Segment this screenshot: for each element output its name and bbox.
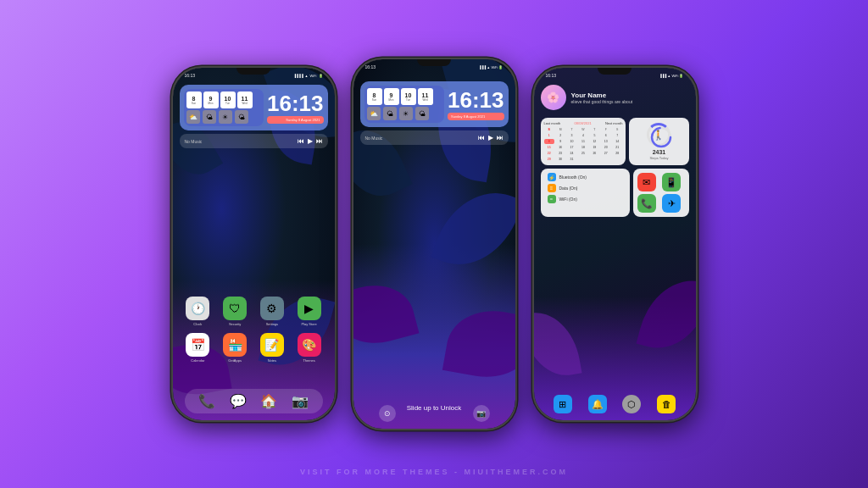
bluetooth-label: Bluetooth (On) — [559, 175, 587, 180]
widgets-grid: Last month 08/08/2021 Next month S M T W… — [534, 114, 696, 220]
music-controls[interactable]: ⏮ ▶ ⏭ — [298, 137, 323, 145]
cal-header-s: S — [544, 127, 554, 132]
cal-day-9: 9 Mon — [203, 92, 219, 108]
playstore-icon: ▶ — [298, 297, 321, 320]
avatar: 🌸 — [541, 85, 566, 110]
cal-clock-widget: 8 Sun 9 Mon 10 Tue — [180, 85, 328, 130]
themes-label: Themes — [303, 358, 314, 363]
last-month-label[interactable]: Last month — [544, 121, 561, 125]
data-icon: ≡ — [548, 184, 556, 192]
weather-icon-2: 🌤 — [203, 110, 216, 124]
steps-circle: 🚶 — [647, 123, 670, 147]
next-icon[interactable]: ⏭ — [316, 137, 323, 145]
dock3-home-icon[interactable]: ⬡ — [622, 395, 641, 413]
app-security[interactable]: 🛡 Security — [223, 297, 247, 326]
app-themes[interactable]: 🎨 Themes — [298, 333, 321, 363]
dock-phone-icon[interactable]: 📞 — [198, 393, 215, 409]
date-badge: Sunday 8 August 2021 — [267, 116, 324, 124]
date-area: Sunday 8 August 2021 — [267, 116, 324, 124]
clock-section: 16:13 Sunday 8 August 2021 — [267, 89, 324, 126]
telegram-app[interactable]: ✈ — [662, 194, 681, 213]
app-calendar[interactable]: 📅 Calendar — [186, 333, 209, 363]
app-row-1: 🕐 Clock 🛡 Security ⚙ Settings ▶ Play Sto… — [180, 297, 328, 326]
email-app[interactable]: ✉ — [637, 173, 656, 191]
dock3-delete-icon[interactable]: 🗑 — [657, 395, 676, 413]
status-icons: ▐▐▐▐ ▲ WiFi 🔋 — [293, 74, 322, 78]
security-icon: 🛡 — [223, 297, 247, 320]
bluetooth-icon: ⚡ — [548, 173, 556, 181]
music-widget: No Music ⏮ ▶ ⏭ — [180, 134, 328, 148]
widget-area: 8 Sun 9 Mon 10 Tue — [180, 85, 328, 152]
dock3-grid-icon[interactable]: ⊞ — [554, 395, 572, 413]
app-settings[interactable]: ⚙ Settings — [260, 297, 284, 326]
widget-row-1: Last month 08/08/2021 Next month S M T W… — [541, 118, 689, 165]
settings-icon: ⚙ — [260, 297, 284, 320]
steps-label: Steps Today — [649, 156, 668, 160]
prev-icon[interactable]: ⏮ — [298, 137, 304, 145]
next-month-label[interactable]: Next month — [605, 121, 622, 125]
dock-home-icon[interactable]: 🏠 — [260, 393, 277, 409]
phone-3: 16:13 ▐▐▐ ▲ WiFi 🔋 🌸 Your Name elieve th… — [532, 66, 698, 422]
bluetooth-toggle[interactable]: ⚡ Bluetooth (On) — [548, 173, 623, 181]
playstore-label: Play Store — [301, 322, 316, 326]
clock-label: Clock — [193, 322, 202, 326]
phone3-dock: ⊞ 🔔 ⬡ 🗑 — [546, 395, 684, 413]
phones-container: 16:13 ▐▐▐▐ ▲ WiFi 🔋 8 Sun — [0, 0, 868, 488]
phone3-main: 🌸 Your Name elieve that good things are … — [534, 68, 696, 420]
cal-day-11: 11 Wed — [237, 92, 253, 108]
weather-icon-1: ⛅ — [186, 110, 200, 124]
security-label: Security — [229, 322, 241, 326]
app-getapps[interactable]: 🏪 GetApps — [223, 333, 247, 363]
app-notes[interactable]: 📝 Notes — [260, 333, 284, 363]
lock-bottom-icons: ⊙ 📷 — [353, 405, 515, 422]
phone-app[interactable]: 📞 — [637, 194, 656, 213]
lock-next-icon[interactable]: ⏭ — [497, 134, 504, 141]
dock3-bell-icon[interactable]: 🔔 — [588, 395, 607, 413]
cal-day-10: 10 Tue — [220, 92, 236, 108]
wifi-icon: ≈ — [548, 195, 556, 203]
cal-day-8: 8 Sun — [186, 92, 202, 108]
themes-icon: 🎨 — [298, 333, 321, 357]
lock-music: No Music ⏮ ▶ ⏭ — [360, 130, 509, 145]
calendar-label: Calendar — [191, 358, 204, 363]
camera-lock-icon[interactable]: 📷 — [473, 405, 490, 422]
notch — [236, 68, 270, 75]
data-toggle[interactable]: ≡ Data (On) — [548, 184, 623, 192]
dock-messages-icon[interactable]: 💬 — [230, 393, 247, 409]
notes-icon: 📝 — [260, 333, 284, 357]
cal-today: 8 — [544, 139, 554, 144]
notes-label: Notes — [268, 358, 276, 363]
lock-cal-clock: 8 Sun 9 Mon 10 Tue — [360, 81, 509, 127]
toggle-widget: ⚡ Bluetooth (On) ≡ Data (On) ≈ WiFi (On) — [541, 169, 630, 217]
calendar-icon: 📅 — [186, 333, 209, 357]
getapps-label: GetApps — [228, 358, 242, 363]
flashlight-icon[interactable]: ⊙ — [379, 405, 396, 422]
whatsapp-app[interactable]: 📱 — [662, 173, 681, 191]
weather-row: ⛅ 🌤 ☀ 🌤 — [186, 110, 262, 124]
weather-icon-3: ☀ — [219, 110, 232, 124]
wifi-toggle[interactable]: ≈ WiFi (On) — [548, 195, 623, 203]
lock-date: Sunday 8 August 2021 — [448, 113, 504, 120]
profile-subtitle: elieve that good things are about — [571, 99, 633, 104]
phone-1: 16:13 ▐▐▐▐ ▲ WiFi 🔋 8 Sun — [171, 66, 337, 422]
app-row-2: 📅 Calendar 🏪 GetApps 📝 Notes 🎨 Themes — [180, 333, 328, 363]
steps-widget: 🚶 2431 Steps Today — [629, 118, 688, 165]
watermark: VISIT FOR MORE THEMES - MIUITHEMER.COM — [0, 468, 868, 476]
lock-clock: 16:13 — [448, 89, 504, 111]
phone2-notch — [417, 59, 451, 66]
dock: 📞 💬 🏠 📷 — [185, 389, 323, 413]
data-label: Data (On) — [559, 186, 578, 191]
play-icon[interactable]: ▶ — [308, 137, 313, 145]
app-grid: 🕐 Clock 🛡 Security ⚙ Settings ▶ Play Sto… — [180, 297, 328, 369]
cal-grid: S M T W T F S 1 2 3 4 5 — [544, 127, 623, 162]
clock-icon: 🕐 — [186, 297, 209, 320]
lock-prev-icon[interactable]: ⏮ — [478, 134, 485, 141]
lock-play-icon[interactable]: ▶ — [488, 134, 493, 141]
profile-text: Your Name elieve that good things are ab… — [571, 92, 633, 104]
app-clock[interactable]: 🕐 Clock — [186, 297, 209, 326]
current-date-label: 08/08/2021 — [575, 121, 592, 125]
settings-label: Settings — [266, 322, 278, 326]
app-playstore[interactable]: ▶ Play Store — [298, 297, 321, 326]
dock-camera-icon[interactable]: 📷 — [292, 393, 309, 409]
phone-2: 16:13 ▐▐▐ ▲ WiFi 🔋 8 Sun — [352, 58, 517, 430]
